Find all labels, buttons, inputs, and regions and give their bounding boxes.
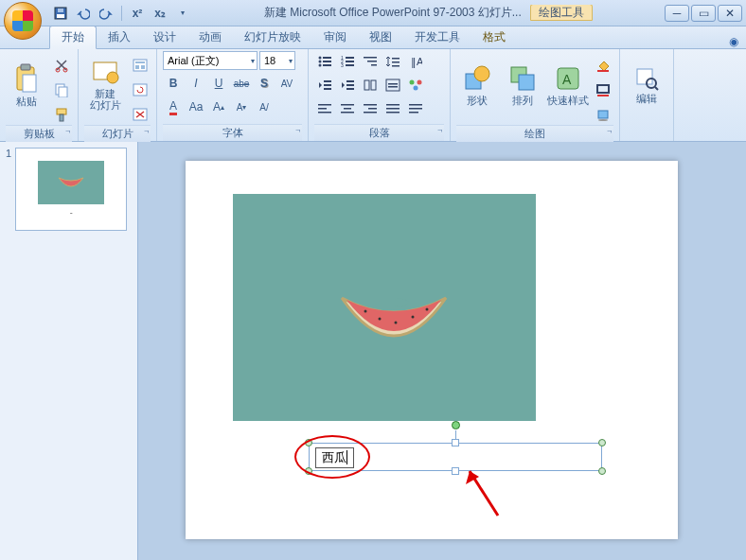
svg-rect-43: [346, 84, 354, 86]
arrange-icon: [508, 64, 537, 93]
tab-insert[interactable]: 插入: [97, 26, 142, 48]
underline-button[interactable]: U: [208, 73, 229, 94]
svg-rect-40: [324, 84, 331, 86]
shape-outline-icon[interactable]: [593, 79, 613, 100]
align-center-button[interactable]: [337, 98, 358, 119]
slide-thumbnail-1[interactable]: -: [15, 148, 127, 231]
paste-button[interactable]: 粘贴: [6, 51, 47, 119]
font-name-combo[interactable]: Arial (正文)▾: [163, 51, 258, 70]
shape-effects-icon[interactable]: [593, 104, 613, 125]
svg-point-82: [364, 310, 367, 313]
qat-custom-1[interactable]: x²: [128, 4, 147, 23]
svg-rect-11: [60, 114, 63, 121]
svg-rect-54: [318, 108, 327, 110]
qat-more-icon[interactable]: ▾: [173, 4, 192, 23]
svg-rect-62: [386, 104, 400, 106]
rotate-handle[interactable]: [452, 421, 460, 429]
justify-button[interactable]: [382, 98, 403, 119]
slide-canvas[interactable]: 西瓜: [138, 142, 746, 560]
editing-button[interactable]: 编辑: [626, 51, 667, 119]
svg-rect-45: [364, 80, 369, 90]
align-left-button[interactable]: [314, 98, 335, 119]
columns-button[interactable]: [360, 75, 381, 96]
strike-button[interactable]: abe: [231, 73, 252, 94]
save-icon[interactable]: [51, 4, 70, 23]
svg-rect-36: [392, 61, 400, 63]
window-title: 新建 Microsoft Office PowerPoint 97-2003 幻…: [192, 5, 665, 21]
help-icon[interactable]: ◉: [729, 35, 738, 48]
line-spacing-button[interactable]: [382, 51, 403, 72]
delete-slide-icon[interactable]: [130, 104, 151, 125]
svg-rect-32: [364, 57, 377, 59]
bullets-button[interactable]: [314, 51, 335, 72]
text-direction-button[interactable]: ‖A: [405, 51, 426, 72]
title-doc: 新建 Microsoft Office PowerPoint 97-2003 幻…: [264, 6, 522, 19]
shrink-font-button[interactable]: A▾: [231, 96, 252, 117]
tab-developer[interactable]: 开发工具: [403, 26, 471, 48]
tab-home[interactable]: 开始: [49, 26, 97, 49]
align-right-button[interactable]: [360, 98, 381, 119]
minimize-button[interactable]: ─: [665, 5, 689, 22]
slide: 西瓜: [186, 161, 678, 539]
quick-styles-button[interactable]: A 快速样式: [547, 51, 589, 119]
italic-button[interactable]: I: [186, 73, 206, 94]
tab-review[interactable]: 审阅: [312, 26, 358, 48]
workspace: 1 -: [0, 142, 746, 560]
shapes-button[interactable]: 形状: [456, 51, 498, 119]
layout-icon[interactable]: [130, 55, 151, 76]
increase-indent-button[interactable]: [337, 75, 358, 96]
ribbon: 粘贴 剪贴板 新建 幻灯片 幻灯片: [0, 49, 746, 142]
office-button[interactable]: [4, 2, 42, 40]
svg-rect-71: [519, 75, 534, 90]
resize-handle-se[interactable]: [598, 467, 606, 475]
svg-rect-66: [409, 108, 422, 110]
list-level-button[interactable]: [360, 51, 381, 72]
tab-animation[interactable]: 动画: [187, 26, 233, 48]
resize-handle-n[interactable]: [452, 439, 459, 446]
close-button[interactable]: ✕: [718, 5, 742, 22]
clear-format-button[interactable]: A/: [254, 96, 275, 117]
tab-view[interactable]: 视图: [358, 26, 403, 48]
paste-label: 粘贴: [16, 96, 37, 107]
qat-custom-2[interactable]: x₂: [151, 4, 169, 23]
decrease-indent-button[interactable]: [314, 75, 335, 96]
maximize-button[interactable]: ▭: [691, 5, 716, 22]
change-case-button[interactable]: Aa: [186, 96, 206, 117]
group-label-drawing: 绘图: [456, 125, 613, 142]
svg-point-13: [107, 72, 118, 83]
align-text-button[interactable]: [382, 75, 403, 96]
bold-button[interactable]: B: [163, 73, 184, 94]
tab-slideshow[interactable]: 幻灯片放映: [233, 26, 312, 48]
svg-rect-59: [364, 104, 377, 106]
svg-rect-10: [57, 109, 66, 114]
arrange-label: 排列: [512, 95, 533, 106]
svg-point-85: [412, 316, 415, 319]
reset-slide-icon[interactable]: [130, 79, 151, 100]
redo-icon[interactable]: [97, 4, 115, 23]
copy-icon[interactable]: [51, 79, 72, 100]
resize-handle-ne[interactable]: [598, 439, 606, 446]
cut-icon[interactable]: [51, 55, 72, 76]
tab-format[interactable]: 格式: [471, 26, 517, 48]
svg-rect-58: [341, 112, 354, 114]
grow-font-button[interactable]: A▴: [208, 96, 229, 117]
svg-rect-74: [597, 70, 609, 72]
distribute-button[interactable]: [405, 98, 426, 119]
undo-icon[interactable]: [74, 4, 93, 23]
svg-rect-18: [133, 84, 147, 96]
shape-fill-icon[interactable]: [593, 55, 613, 76]
slide-picture[interactable]: [233, 194, 536, 421]
new-slide-button[interactable]: 新建 幻灯片: [84, 51, 126, 119]
resize-handle-s[interactable]: [452, 467, 459, 475]
char-spacing-button[interactable]: AV: [276, 73, 297, 94]
font-size-combo[interactable]: 18▾: [259, 51, 295, 70]
format-painter-icon[interactable]: [51, 104, 72, 125]
svg-rect-60: [368, 108, 377, 110]
numbering-button[interactable]: 123: [337, 51, 358, 72]
smartart-button[interactable]: [405, 75, 426, 96]
arrange-button[interactable]: 排列: [502, 51, 543, 119]
font-color-button[interactable]: A: [163, 96, 184, 117]
shadow-button[interactable]: S: [254, 73, 275, 94]
tab-design[interactable]: 设计: [142, 26, 187, 48]
svg-rect-56: [341, 104, 354, 106]
